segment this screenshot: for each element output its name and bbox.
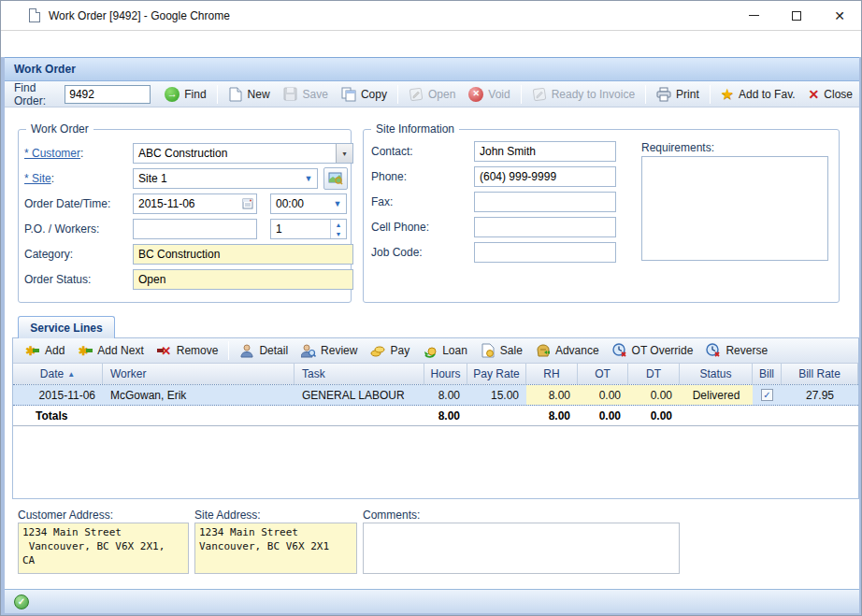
new-button[interactable]: New: [222, 85, 277, 104]
copy-button[interactable]: Copy: [335, 85, 394, 104]
requirements-textarea[interactable]: [641, 156, 828, 261]
remove-button[interactable]: ✕ Remove: [151, 341, 225, 360]
column-header-status[interactable]: Status: [680, 364, 753, 384]
open-icon: [409, 87, 424, 102]
close-window-icon: ✕: [834, 9, 845, 22]
category-field[interactable]: [133, 244, 353, 265]
ready-to-invoice-label: Ready to Invoice: [552, 88, 635, 101]
order-status-field[interactable]: [133, 269, 353, 290]
loan-button[interactable]: Loan: [416, 341, 474, 360]
bill-checkbox[interactable]: ✓: [761, 389, 773, 401]
site-address-box[interactable]: 1234 Main Street Vancouver, BC V6X 2X1: [194, 523, 357, 574]
time-dropdown-icon[interactable]: ▼: [329, 194, 346, 213]
cell-phone-field[interactable]: [474, 217, 616, 237]
fax-field[interactable]: [474, 192, 616, 212]
order-status-label: Order Status:: [24, 273, 91, 286]
add-next-icon: ✱: [78, 343, 93, 358]
job-code-field[interactable]: [474, 242, 616, 263]
main-toolbar: Find Order: → Find New Save: [5, 81, 859, 107]
copy-icon: [341, 87, 356, 102]
print-button[interactable]: Print: [650, 85, 706, 104]
ot-override-button[interactable]: OT Override: [606, 341, 700, 360]
site-link[interactable]: * Site: [24, 172, 51, 185]
table-row[interactable]: 2015-11-06 McGowan, Erik GENERAL LABOUR …: [13, 385, 858, 406]
add-button[interactable]: ✱ Add: [19, 341, 71, 360]
minimize-button[interactable]: [732, 1, 775, 30]
reverse-button[interactable]: Reverse: [699, 341, 774, 360]
ot-override-button-label: OT Override: [632, 344, 694, 357]
close-window-button[interactable]: ✕: [818, 1, 861, 30]
totals-worker-empty: [103, 406, 295, 425]
detail-button-label: Detail: [259, 344, 288, 357]
new-button-label: New: [248, 88, 270, 101]
find-order-input[interactable]: [65, 85, 151, 104]
detail-button[interactable]: Detail: [233, 341, 295, 360]
phone-label: Phone:: [371, 170, 407, 183]
toolbar-separator: [710, 85, 711, 104]
column-header-bill-rate[interactable]: Bill Rate: [782, 364, 858, 384]
void-button[interactable]: ✕ Void: [462, 85, 516, 104]
site-dropdown-icon[interactable]: ▼: [300, 169, 317, 188]
cell-hours: 8.00: [424, 385, 467, 405]
ready-to-invoice-button[interactable]: Ready to Invoice: [525, 85, 641, 104]
customer-link[interactable]: * Customer: [24, 147, 80, 160]
column-header-pay-rate[interactable]: Pay Rate: [467, 364, 526, 384]
maximize-button[interactable]: [775, 1, 818, 30]
add-to-favorites-button[interactable]: ★ Add to Fav.: [714, 85, 802, 104]
cell-task: GENERAL LABOUR: [295, 385, 424, 405]
order-time-value: 00:00: [271, 197, 329, 210]
workers-spinner-icons[interactable]: ▲▼: [330, 220, 346, 238]
sale-button[interactable]: Sale: [474, 341, 529, 360]
order-time-combobox[interactable]: 00:00 ▼: [270, 193, 347, 214]
column-header-ot[interactable]: OT: [578, 364, 628, 384]
workers-stepper[interactable]: 1 ▲▼: [270, 219, 347, 239]
column-header-date[interactable]: Date▲: [13, 364, 103, 384]
comments-textarea[interactable]: [363, 523, 680, 574]
calendar-icon[interactable]: [239, 194, 256, 213]
site-information-fieldset: Site Information Contact: Phone: Fax: Ce…: [363, 129, 840, 303]
close-button[interactable]: ✕ Close: [802, 86, 859, 103]
app-window: Work Order [9492] - Google Chrome ✕ Work…: [0, 0, 862, 616]
sort-ascending-icon: ▲: [67, 370, 75, 379]
site-map-button[interactable]: [323, 167, 348, 190]
phone-field[interactable]: [474, 166, 616, 187]
column-header-task[interactable]: Task: [295, 364, 424, 384]
sale-button-label: Sale: [500, 344, 523, 357]
maximize-icon: [792, 11, 801, 21]
column-header-hours[interactable]: Hours: [424, 364, 467, 384]
cell-dt: 0.00: [628, 385, 680, 405]
service-lines-tab-label: Service Lines: [30, 322, 102, 335]
save-button[interactable]: Save: [277, 85, 335, 104]
customer-address-box[interactable]: 1234 Main Street Vancouver, BC V6X 2X1, …: [18, 523, 189, 574]
column-header-dt[interactable]: DT: [628, 364, 680, 384]
totals-dt: 0.00: [628, 406, 680, 425]
column-header-bill[interactable]: Bill: [753, 364, 782, 384]
toolbar-separator: [645, 85, 646, 104]
order-date-input[interactable]: 2015-11-06: [133, 193, 257, 214]
cell-pay-rate: 15.00: [467, 385, 526, 405]
site-combobox[interactable]: Site 1 ▼: [133, 168, 318, 189]
cell-worker: McGowan, Erik: [103, 385, 295, 405]
detail-person-icon: [239, 343, 254, 358]
toolbar-separator: [228, 341, 229, 360]
column-header-rh[interactable]: RH: [526, 364, 578, 384]
column-header-worker[interactable]: Worker: [103, 364, 295, 384]
add-next-button[interactable]: ✱ Add Next: [71, 341, 150, 360]
contact-field[interactable]: [474, 141, 616, 162]
site-label: * Site:: [24, 172, 54, 185]
pay-coins-icon: [370, 343, 385, 358]
po-input[interactable]: [133, 219, 257, 239]
save-button-label: Save: [303, 88, 328, 101]
order-date-value: 2015-11-06: [134, 197, 239, 210]
pay-button[interactable]: Pay: [364, 341, 416, 360]
review-button[interactable]: Review: [295, 341, 364, 360]
tab-service-lines[interactable]: Service Lines: [18, 316, 115, 338]
advance-button[interactable]: Advance: [529, 341, 606, 360]
find-button[interactable]: → Find: [158, 85, 212, 104]
customer-combobox[interactable]: ABC Construction ▾: [133, 143, 353, 164]
customer-dropdown-icon[interactable]: ▾: [336, 144, 352, 163]
save-icon: [283, 87, 298, 102]
void-icon: ✕: [468, 87, 483, 102]
advance-icon: [536, 343, 551, 358]
open-button[interactable]: Open: [402, 85, 462, 104]
